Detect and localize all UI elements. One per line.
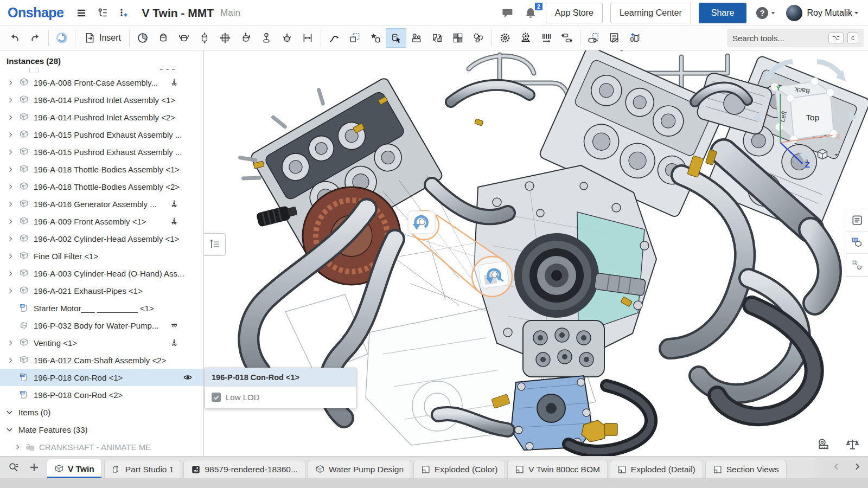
search-tools-input[interactable]: Search tools... ⌥ c [727,29,864,47]
instance-row[interactable]: 196-A-015 Pushrod Exhaust Assembly ... [0,126,203,143]
mate-feature-row[interactable]: CRANKSHAFT - ANIMATE ME [0,438,203,455]
instance-row[interactable]: 196-A-016 Generator Assembly ... [0,195,203,213]
comments-button[interactable] [499,4,516,22]
expand-chevron-icon[interactable] [3,201,17,208]
new-tab-button[interactable] [24,458,44,477]
share-button[interactable]: Share [699,3,747,23]
instance-list-toggle-button[interactable] [204,233,226,256]
tangent-mate-button[interactable] [297,28,318,48]
cylindrical-mate-button[interactable] [235,28,256,48]
graphics-area[interactable]: Back Left Top Y Z X [204,50,868,456]
expand-chevron-icon[interactable] [3,114,17,121]
replace-instance-button[interactable] [427,28,448,48]
instance-row[interactable]: Fine Oil Filter <1> [0,247,203,265]
ball-mate-button[interactable] [277,28,297,48]
create-version-button[interactable] [116,5,131,21]
low-lod-checkbox[interactable] [212,393,221,402]
tab-manager-button[interactable] [3,458,24,477]
learning-center-button[interactable]: Learning Center [610,3,691,23]
section-view-button[interactable] [583,28,604,48]
instance-row[interactable]: 196-P-032 Body for Water-Pump... [0,317,203,334]
instances-header[interactable]: Instances (28) [0,50,203,67]
version-manager-button[interactable] [94,5,111,21]
expand-chevron-icon[interactable] [3,253,17,260]
expand-chevron-icon[interactable] [3,339,17,346]
user-name[interactable]: Roy Mutalik [807,8,852,18]
pin-slot-mate-button[interactable] [256,28,277,48]
move-part-button[interactable] [386,28,406,48]
instance-row[interactable]: 196-A-014 Pushrod Inlet Assembly <1> [0,91,203,108]
path-relation-button[interactable] [324,28,344,48]
instance-row[interactable]: 196-A-008 Front-Case Assembly... [0,74,203,91]
expand-chevron-icon[interactable] [3,79,17,86]
fastened-mate-button[interactable] [153,28,174,48]
user-avatar[interactable] [786,5,802,21]
items-section-header[interactable]: Items (0) [0,403,203,421]
view-cube[interactable]: Back Left Top Y Z X [749,52,860,168]
app-store-button[interactable]: App Store [546,3,603,23]
expand-chevron-icon[interactable] [3,183,17,190]
spring-button[interactable] [536,28,557,48]
document-tab[interactable]: Exploded (Color) [413,460,505,478]
main-menu-button[interactable] [74,5,89,21]
insert-button[interactable]: Insert [78,28,126,48]
expand-chevron-icon[interactable] [3,97,17,104]
update-document-button[interactable] [52,28,72,48]
document-tab[interactable]: Section Views [705,460,787,478]
feature-list-panel-button[interactable] [846,209,868,232]
edit-in-place-button[interactable] [406,28,427,48]
user-menu-caret-icon[interactable] [852,9,860,17]
undo-button[interactable] [4,28,25,48]
pattern-button[interactable] [448,28,468,48]
instance-row[interactable]: 196-A-018 Thottle-Bodies Assembly <1> [0,160,203,178]
mass-properties-button[interactable] [846,438,859,453]
document-tab[interactable]: 98579-rendered-18360... [183,460,305,478]
expand-chevron-icon[interactable] [3,131,17,138]
tabs-scroll-right-button[interactable] [847,462,868,473]
instance-row[interactable]: Starter Motor___ _________ <1> [0,299,203,317]
instance-row[interactable]: 196-P-018 Con-Rod <1> [0,369,203,386]
document-tab[interactable]: Water Pump Design [308,460,411,478]
bom-panel-button[interactable] [846,232,868,254]
expand-chevron-icon[interactable] [3,166,17,173]
expand-chevron-icon[interactable] [3,270,17,277]
relations-button[interactable] [468,28,489,48]
notifications-button[interactable]: 2 [522,4,539,22]
show-hidden-button[interactable] [604,28,624,48]
instance-row[interactable]: 196-A-018 Thottle-Bodies Assembly <2> [0,178,203,195]
replicate-button[interactable] [344,28,365,48]
document-tab[interactable]: V Twin [47,459,102,478]
measure-button[interactable] [817,438,831,453]
instance-row[interactable]: 196-P-018 Con-Rod <2> [0,386,203,403]
named-positions-button[interactable] [365,28,386,48]
expand-chevron-icon[interactable] [3,235,17,242]
document-tab[interactable]: Part Studio 1 [104,460,182,478]
slider-mate-button[interactable] [194,28,215,48]
redo-button[interactable] [25,28,46,48]
instance-row[interactable]: 196-A-014 Pushrod Inlet Assembly <2> [0,108,203,126]
help-button[interactable]: ? [753,4,779,22]
instance-row[interactable]: 196-A-009 Front Assembly <1> [0,213,203,230]
document-tab[interactable]: Exploded (Detail) [610,460,703,478]
in-context-panel-button[interactable] [846,254,868,276]
instance-row[interactable]: 196-A-002 Cylinder-Head Assembly <1> [0,230,203,247]
expand-chevron-icon[interactable] [3,149,17,156]
expand-chevron-icon[interactable] [3,287,17,294]
tabs-scroll-left-button[interactable] [826,462,847,473]
mate-features-section-header[interactable]: Mate Features (33) [0,421,203,438]
instance-row[interactable]: 196-A-015 Pushrod Exhaust Assembly ... [0,143,203,160]
revolute-mate-button[interactable] [174,28,194,48]
view-options-button[interactable] [816,148,840,161]
gear-relation-button[interactable] [495,28,515,48]
mate-button[interactable] [132,28,153,48]
instance-row[interactable]: 196-A-003 Cylinder-Head (O-Hand) Ass... [0,265,203,282]
exploded-view-button[interactable] [624,28,645,48]
rack-pinion-relation-button[interactable] [515,28,536,48]
instance-row[interactable]: 196-A-012 Cam-Shaft Assembly <2> [0,351,203,369]
instance-row[interactable]: 196-A-021 Exhaust-Pipes <1> [0,282,203,299]
transfer-button[interactable] [557,28,577,48]
planar-mate-button[interactable] [215,28,235,48]
expand-chevron-icon[interactable] [3,357,17,364]
instance-row[interactable]: Venting <1> [0,334,203,351]
onshape-logo[interactable]: Onshape [8,5,63,21]
